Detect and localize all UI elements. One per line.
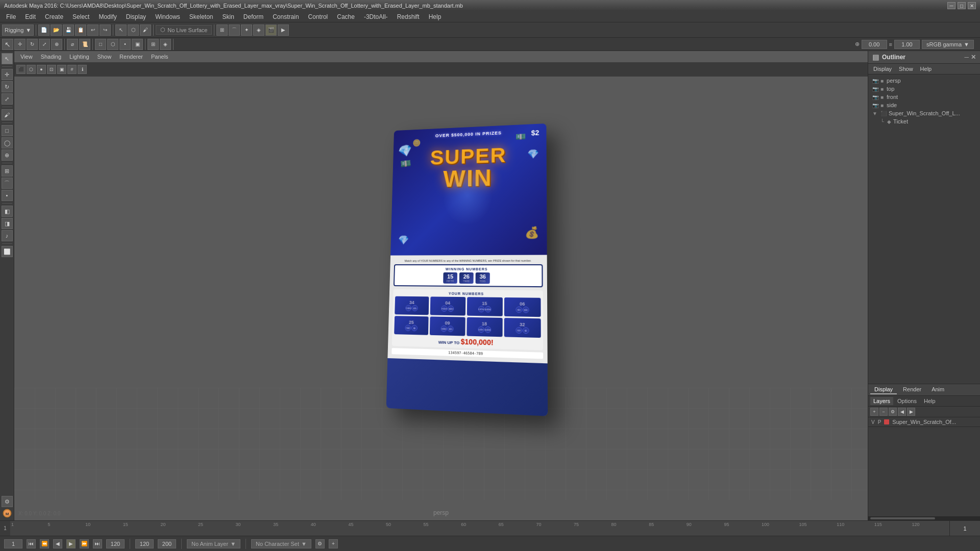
mode-dropdown[interactable]: Rigging ▼ bbox=[2, 24, 34, 36]
history-btn[interactable]: 📜 bbox=[79, 39, 90, 50]
menu-redshift[interactable]: Redshift bbox=[393, 12, 424, 21]
menu-modify[interactable]: Modify bbox=[94, 12, 120, 21]
step-forward-button[interactable]: ⏩ bbox=[80, 539, 89, 548]
timeline[interactable]: 1 1 5 10 15 20 25 30 35 40 45 50 55 60 6… bbox=[0, 520, 980, 536]
edge-btn[interactable]: ⬡ bbox=[107, 39, 118, 50]
step-back-button[interactable]: ⏪ bbox=[40, 539, 49, 548]
paint-select-button[interactable]: 🖌 bbox=[140, 24, 151, 36]
menu-windows[interactable]: Windows bbox=[151, 12, 184, 21]
save-as-button[interactable]: 📋 bbox=[75, 24, 86, 36]
menu-3dtoall[interactable]: -3DtoAll- bbox=[360, 12, 392, 21]
timeline-ruler[interactable]: 1 5 10 15 20 25 30 35 40 45 50 55 60 65 … bbox=[10, 521, 949, 536]
options-button[interactable]: ⚙ bbox=[2, 496, 13, 507]
layer-options-button[interactable]: ⚙ bbox=[889, 408, 897, 416]
vp-toggle-smooth[interactable]: ● bbox=[37, 65, 46, 74]
outliner-scrollbar[interactable] bbox=[868, 516, 980, 520]
move-btn[interactable]: ✛ bbox=[14, 39, 26, 50]
menu-select[interactable]: Select bbox=[68, 12, 93, 21]
outliner-minimize[interactable]: ─ bbox=[964, 54, 969, 61]
vertex-btn[interactable]: • bbox=[119, 39, 131, 50]
anim-layer-dropdown[interactable]: No Anim Layer ▼ bbox=[187, 539, 240, 548]
snap-grid-left-button[interactable]: ⊞ bbox=[2, 165, 13, 177]
outliner-close[interactable]: ✕ bbox=[971, 54, 976, 61]
snap-point-left-button[interactable]: • bbox=[2, 190, 13, 201]
vp-film-gate[interactable]: ▣ bbox=[57, 65, 66, 74]
scale-mode-button[interactable]: ⤢ bbox=[2, 93, 13, 105]
char-set-options-button[interactable]: ⚙ bbox=[315, 539, 325, 548]
menu-cache[interactable]: Cache bbox=[333, 12, 359, 21]
create-poly-button[interactable]: □ bbox=[2, 125, 13, 136]
redo-button[interactable]: ↪ bbox=[100, 24, 111, 36]
cb-tab-display[interactable]: Display bbox=[870, 385, 897, 394]
cb-tab-render[interactable]: Render bbox=[899, 385, 925, 394]
viewport[interactable]: View Shading Lighting Show Renderer Pane… bbox=[14, 51, 868, 520]
create-joint-button[interactable]: ⊕ bbox=[2, 149, 13, 161]
cb-help-tab[interactable]: Help bbox=[921, 397, 939, 405]
menu-skin[interactable]: Skin bbox=[218, 12, 238, 21]
extrude-btn[interactable]: ⊞ bbox=[148, 39, 159, 50]
ipr-button[interactable]: ▶ bbox=[278, 24, 289, 36]
cb-layers-tab[interactable]: Layers bbox=[870, 397, 893, 405]
display-layer-button[interactable]: ◧ bbox=[2, 206, 13, 217]
quick-layout-button[interactable]: ⬜ bbox=[2, 246, 13, 257]
snap-grid-button[interactable]: ⊞ bbox=[216, 24, 228, 36]
frame-start-field[interactable] bbox=[4, 539, 22, 548]
layer-right-button[interactable]: ▶ bbox=[907, 408, 915, 416]
vp-menu-view[interactable]: View bbox=[16, 53, 37, 61]
menu-control[interactable]: Control bbox=[304, 12, 332, 21]
create-nurbs-button[interactable]: ◯ bbox=[2, 137, 13, 148]
anim-layer-button[interactable]: ♪ bbox=[2, 230, 13, 241]
new-layer-button[interactable]: + bbox=[870, 408, 878, 416]
go-to-start-button[interactable]: ⏮ bbox=[27, 539, 36, 548]
vp-grid[interactable]: # bbox=[67, 65, 77, 74]
open-scene-button[interactable]: 📂 bbox=[51, 24, 62, 36]
select-tool-button[interactable]: ↖ bbox=[115, 24, 127, 36]
field2-input[interactable] bbox=[894, 40, 920, 49]
rotate-btn[interactable]: ↻ bbox=[27, 39, 38, 50]
poly-select-btn[interactable]: □ bbox=[95, 39, 106, 50]
minimize-button[interactable]: ─ bbox=[947, 2, 955, 9]
outliner-item-persp[interactable]: 📷 ■ persp bbox=[870, 77, 978, 85]
scrollbar-thumb[interactable] bbox=[870, 517, 935, 519]
vp-toggle-model[interactable]: ⬛ bbox=[16, 65, 26, 74]
menu-create[interactable]: Create bbox=[41, 12, 67, 21]
go-to-end-button[interactable]: ⏭ bbox=[93, 539, 102, 548]
delete-layer-button[interactable]: − bbox=[879, 408, 888, 416]
vp-menu-show[interactable]: Show bbox=[93, 53, 116, 61]
paint-brush-button[interactable]: 🖌 bbox=[2, 109, 13, 120]
face-btn[interactable]: ▣ bbox=[132, 39, 143, 50]
playback-speed-field[interactable] bbox=[135, 539, 154, 548]
render-button[interactable]: 🎬 bbox=[265, 24, 277, 36]
save-scene-button[interactable]: 💾 bbox=[63, 24, 74, 36]
frame-end-field[interactable] bbox=[106, 539, 125, 548]
live-surface-indicator[interactable]: ⬡ No Live Surface bbox=[156, 25, 212, 35]
menu-constrain[interactable]: Constrain bbox=[268, 12, 303, 21]
menu-file[interactable]: File bbox=[2, 12, 20, 21]
menu-display[interactable]: Display bbox=[122, 12, 150, 21]
outliner-help-menu[interactable]: Help bbox=[917, 65, 935, 73]
vp-menu-lighting[interactable]: Lighting bbox=[65, 53, 93, 61]
menu-help[interactable]: Help bbox=[425, 12, 446, 21]
scale-btn[interactable]: ⤢ bbox=[39, 39, 50, 50]
vp-menu-renderer[interactable]: Renderer bbox=[115, 53, 147, 61]
snap-point-button[interactable]: ✦ bbox=[241, 24, 252, 36]
vp-camera-gate[interactable]: ⊡ bbox=[47, 65, 56, 74]
layer-left-button[interactable]: ◀ bbox=[898, 408, 906, 416]
max-frame-field[interactable] bbox=[158, 539, 176, 548]
close-button[interactable]: ✕ bbox=[968, 2, 976, 9]
select-mode-button[interactable]: ↖ bbox=[2, 53, 13, 64]
play-forward-button[interactable]: ▶ bbox=[66, 539, 76, 548]
outliner-item-mesh[interactable]: ▼ ⬛ Super_Win_Scratch_Off_L... bbox=[870, 109, 978, 117]
menu-edit[interactable]: Edit bbox=[21, 12, 40, 21]
color-space-dropdown[interactable]: sRGB gamma ▼ bbox=[922, 40, 974, 49]
menu-skeleton[interactable]: Skeleton bbox=[185, 12, 217, 21]
snap-curve-button[interactable]: ⌒ bbox=[229, 24, 240, 36]
outliner-display-menu[interactable]: Display bbox=[870, 65, 895, 73]
rotate-mode-button[interactable]: ↻ bbox=[2, 81, 13, 92]
new-scene-button[interactable]: 📄 bbox=[38, 24, 50, 36]
show-manipulator-btn[interactable]: ⊕ bbox=[51, 39, 62, 50]
outliner-item-front[interactable]: 📷 ■ front bbox=[870, 93, 978, 101]
outliner-item-top[interactable]: 📷 ■ top bbox=[870, 85, 978, 93]
soft-select-btn[interactable]: ⌀ bbox=[67, 39, 78, 50]
char-set-add-button[interactable]: + bbox=[329, 539, 338, 548]
